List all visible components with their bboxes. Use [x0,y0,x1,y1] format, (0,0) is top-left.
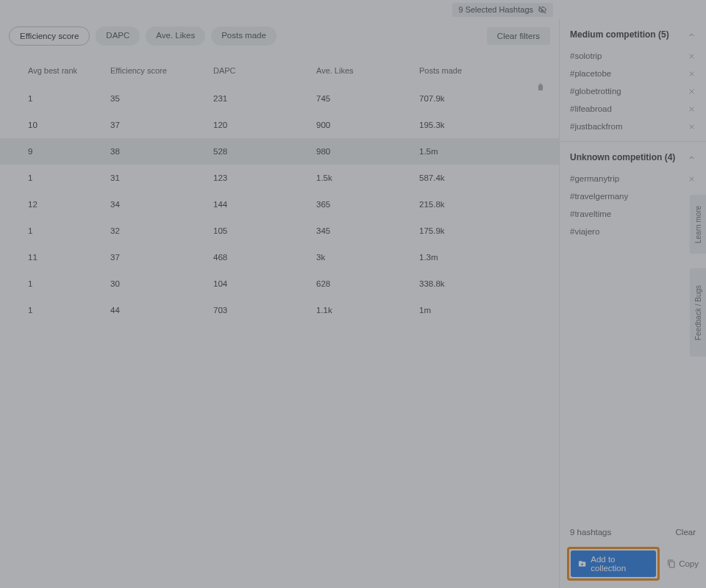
cell-eff: 44 [110,306,213,315]
col-header-posts[interactable]: Posts made [419,66,522,75]
cell-dapc: 468 [213,253,316,262]
section-title: Unknown competition (4) [570,152,675,162]
cell-dapc: 703 [213,306,316,315]
filter-pill[interactable]: Ave. Likes [146,26,205,46]
cell-posts: 587.4k [419,173,522,182]
copy-icon [667,559,676,568]
close-icon[interactable] [688,105,696,113]
cell-likes: 1.5k [316,173,419,182]
table-header: Avg best rank Efficiency score DAPC Ave.… [0,53,559,85]
close-icon[interactable] [688,52,696,60]
chevron-up-icon [688,31,696,39]
tag-item[interactable]: #germanytrip [560,170,706,187]
col-header-likes[interactable]: Ave. Likes [316,66,419,75]
folder-plus-icon [578,559,586,568]
copy-label: Copy [679,559,699,568]
cell-dapc: 123 [213,173,316,182]
cell-likes: 365 [316,200,419,209]
tag-item[interactable]: #traveltime [560,205,706,223]
table-row[interactable]: 1037120900195.3k [0,112,559,138]
tag-label: #viajero [570,227,599,236]
cell-dapc: 528 [213,147,316,156]
cell-posts: 195.3k [419,121,522,129]
tag-label: #solotrip [570,51,602,60]
copy-button[interactable]: Copy [667,559,699,568]
filter-pill[interactable]: Posts made [211,26,277,46]
table-row[interactable]: 9385289801.5m [0,138,559,165]
table-row[interactable]: 130104628338.8k [0,270,559,297]
cell-dapc: 144 [213,200,316,209]
tag-item[interactable]: #viajero [560,223,706,240]
table-row[interactable]: 11374683k1.3m [0,244,559,270]
cell-posts: 1.3m [419,253,522,262]
close-icon[interactable] [688,175,696,183]
table-row[interactable]: 1311231.5k587.4k [0,165,559,191]
table-row[interactable]: 1234144365215.8k [0,191,559,218]
cell-posts: 1m [419,306,522,315]
filter-pill[interactable]: Efficiency score [9,26,90,46]
close-icon[interactable] [688,87,696,96]
cell-eff: 31 [110,173,213,182]
cell-posts: 338.8k [419,279,522,288]
tag-item[interactable]: #solotrip [560,47,706,65]
cell-likes: 1.1k [316,306,419,315]
clear-filters-button[interactable]: Clear filters [487,27,550,45]
tag-item[interactable]: #travelgermany [560,187,706,205]
col-header-efficiency[interactable]: Efficiency score [110,66,213,75]
add-to-collection-label: Add to collection [591,555,649,573]
section-header[interactable]: Unknown competition (4) [560,142,706,170]
cell-eff: 34 [110,200,213,209]
tag-item[interactable]: #justbackfrom [560,118,706,135]
tag-label: #justbackfrom [570,122,623,131]
cell-rank: 1 [0,94,110,103]
tag-label: #globetrotting [570,87,621,96]
selected-hashtags-chip[interactable]: 9 Selected Hashtags [452,3,553,17]
cell-dapc: 120 [213,121,316,129]
cell-eff: 37 [110,253,213,262]
cell-eff: 32 [110,226,213,235]
add-to-collection-button[interactable]: Add to collection [571,551,656,577]
cell-rank: 1 [0,226,110,235]
scroll-up-icon[interactable] [538,87,543,96]
cell-eff: 38 [110,147,213,156]
cell-likes: 900 [316,121,419,129]
cell-rank: 12 [0,200,110,209]
cell-posts: 1.5m [419,147,522,156]
cell-rank: 11 [0,253,110,262]
cell-rank: 9 [0,147,110,156]
cell-likes: 745 [316,94,419,103]
tag-label: #germanytrip [570,174,619,183]
feedback-tab[interactable]: Feedback / Bugs [690,268,706,356]
hashtag-count-label: 9 hashtags [570,528,611,537]
cell-eff: 30 [110,279,213,288]
tag-label: #traveltime [570,209,611,218]
cell-eff: 37 [110,121,213,129]
close-icon[interactable] [688,123,696,131]
tag-item[interactable]: #globetrotting [560,82,706,100]
filter-pill[interactable]: DAPC [96,26,140,46]
table-row[interactable]: 1447031.1k1m [0,297,559,323]
filters-row: Efficiency scoreDAPCAve. LikesPosts made… [0,19,559,53]
table-row[interactable]: 135231745707.9k [0,85,559,112]
cell-likes: 628 [316,279,419,288]
top-bar: 9 Selected Hashtags [0,0,559,19]
tag-item[interactable]: #lifeabroad [560,100,706,118]
cell-likes: 980 [316,147,419,156]
col-header-rank[interactable]: Avg best rank [0,66,110,75]
cell-eff: 35 [110,94,213,103]
section-header[interactable]: Medium competition (5) [560,19,706,47]
cell-dapc: 104 [213,279,316,288]
col-header-dapc[interactable]: DAPC [213,66,316,75]
table-row[interactable]: 132105345175.9k [0,218,559,244]
add-to-collection-highlight: Add to collection [567,547,660,581]
close-icon[interactable] [688,70,696,78]
sidebar: Medium competition (5)#solotrip#placetob… [559,19,706,588]
cell-dapc: 105 [213,226,316,235]
cell-likes: 345 [316,226,419,235]
section-title: Medium competition (5) [570,29,669,40]
tag-item[interactable]: #placetobe [560,65,706,82]
cell-likes: 3k [316,253,419,262]
learn-more-tab[interactable]: Learn more [690,195,706,254]
clear-selection-button[interactable]: Clear [676,528,696,537]
cell-rank: 1 [0,306,110,315]
